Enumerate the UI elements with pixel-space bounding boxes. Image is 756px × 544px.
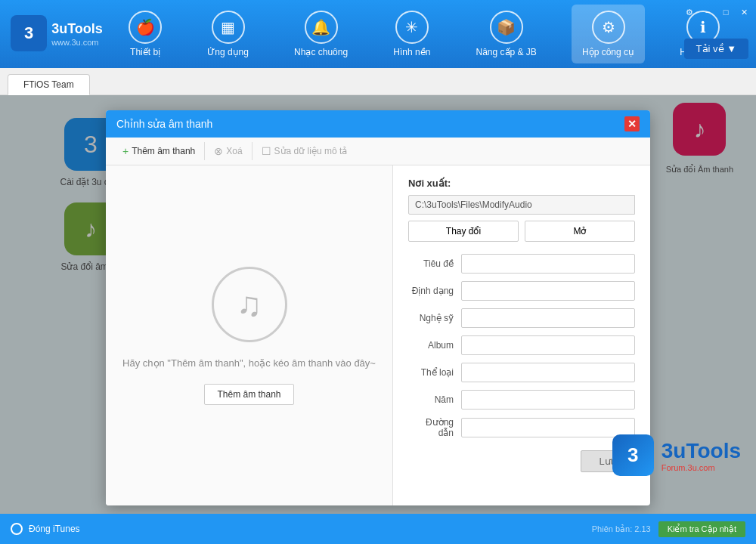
delete-toolbar-button: ⊗ Xoá <box>205 142 252 160</box>
output-path-row <box>408 195 635 215</box>
itunes-label[interactable]: Đóng iTunes <box>29 524 80 534</box>
output-btn-row: Thay đổi Mở <box>408 221 635 242</box>
dinh-dang-label: Định dạng <box>408 286 461 296</box>
output-path-input[interactable] <box>408 195 635 215</box>
main-content: 3 Cài đặt 3u ch... ♪ Sửa đổi âm t... ☰ .… <box>0 95 756 514</box>
thiet-bi-icon: 🍎 <box>129 11 162 44</box>
music-note-icon: ♫ <box>212 267 287 342</box>
settings-icon[interactable]: ⚙ <box>683 6 696 18</box>
output-label: Nơi xuất: <box>408 178 635 189</box>
logo-area: 3 3uTools www.3u.com <box>8 15 106 53</box>
bottom-bar: Đóng iTunes Phiên bản: 2.13 Kiểm tra Cập… <box>0 514 756 544</box>
change-button[interactable]: Thay đổi <box>408 221 519 242</box>
nam-input[interactable] <box>461 390 635 410</box>
dialog-close-button[interactable]: ✕ <box>624 116 640 131</box>
dialog-toolbar: + Thêm âm thanh ⊗ Xoá ☐ Sửa dữ liệu mô t… <box>106 138 650 165</box>
brand-box: 3 <box>612 434 654 476</box>
output-section: Nơi xuất: Thay đổi Mở <box>408 178 635 242</box>
brand-name: 3uTools <box>662 439 741 463</box>
add-audio-button[interactable]: Thêm âm thanh <box>204 384 293 405</box>
nav-ung-dung-label: Ứng dụng <box>207 47 249 57</box>
tieu-de-input[interactable] <box>461 254 635 274</box>
add-audio-toolbar-button[interactable]: + Thêm âm thanh <box>113 142 205 160</box>
nav-hop-cong-cu-label: Hộp công cụ <box>582 47 634 57</box>
form-row-album: Album <box>408 335 635 355</box>
form-row-dinh-dang: Định dạng <box>408 281 635 301</box>
nang-cap-icon: 📦 <box>490 11 523 44</box>
dialog: Chỉnh sửa âm thanh ✕ + Thêm âm thanh ⊗ X… <box>106 110 650 505</box>
logo-box: 3 <box>11 15 47 51</box>
bottom-left: Đóng iTunes <box>11 523 80 535</box>
hop-cong-cu-icon: ⚙ <box>592 11 625 44</box>
dialog-title-bar: Chỉnh sửa âm thanh ✕ <box>106 110 650 138</box>
close-button[interactable]: ✕ <box>738 6 750 18</box>
delete-icon: ⊗ <box>214 145 223 157</box>
add-icon: + <box>122 145 129 157</box>
album-input[interactable] <box>461 335 635 355</box>
dialog-body: ♫ Hãy chọn "Thêm âm thanh", hoặc kéo âm … <box>106 165 650 505</box>
brand-watermark: 3 3uTools Forum.3u.com <box>612 434 741 476</box>
hinh-nen-icon: ✳ <box>395 11 429 44</box>
drop-hint: Hãy chọn "Thêm âm thanh", hoặc kéo âm th… <box>122 357 376 369</box>
duong-dan-label: Đường dẫn <box>408 417 461 438</box>
edit-toolbar-button: ☐ Sửa dữ liệu mô tả <box>253 142 357 160</box>
tab-ftios-team[interactable]: FTiOS Team <box>8 74 90 95</box>
form-row-duong-dan: Đường dẫn <box>408 417 635 438</box>
nav-nhac-chuong[interactable]: 🔔 Nhạc chuông <box>284 5 358 63</box>
form-row-the-loai: Thể loại <box>408 363 635 382</box>
nav-nang-cap[interactable]: 📦 Nâng cấp & JB <box>465 5 547 63</box>
form-row-nghe-si: Nghệ sỹ <box>408 308 635 328</box>
minimize-button[interactable]: − <box>702 6 714 18</box>
maximize-button[interactable]: □ <box>720 6 732 18</box>
nav-ung-dung[interactable]: ▦ Ứng dụng <box>197 5 259 63</box>
the-loai-input[interactable] <box>461 363 635 382</box>
nav-thiet-bi[interactable]: 🍎 Thiết bị <box>118 5 172 63</box>
edit-toolbar-label: Sửa dữ liệu mô tả <box>274 146 348 156</box>
nam-label: Năm <box>408 394 461 405</box>
window-controls: ⚙ − □ ✕ <box>683 6 750 18</box>
nav-thiet-bi-label: Thiết bị <box>130 47 160 57</box>
nav-nang-cap-label: Nâng cấp & JB <box>476 47 536 57</box>
logo-url: www.3u.com <box>51 38 103 47</box>
dinh-dang-input[interactable] <box>461 281 635 301</box>
form-row-tieu-de: Tiêu đề <box>408 254 635 274</box>
duong-dan-input[interactable] <box>461 418 635 437</box>
the-loai-label: Thể loại <box>408 367 461 378</box>
form-row-nam: Năm <box>408 390 635 410</box>
open-button[interactable]: Mở <box>525 221 635 242</box>
top-bar: 3 3uTools www.3u.com 🍎 Thiết bị ▦ Ứng dụ… <box>0 0 756 68</box>
nghe-si-input[interactable] <box>461 308 635 328</box>
nav-icons: 🍎 Thiết bị ▦ Ứng dụng 🔔 Nhạc chuông ✳ Hì… <box>106 5 748 63</box>
brand-text: 3uTools Forum.3u.com <box>662 439 741 472</box>
nav-hinh-nen[interactable]: ✳ Hình nền <box>383 5 441 63</box>
audio-list-panel: ♫ Hãy chọn "Thêm âm thanh", hoặc kéo âm … <box>106 165 393 505</box>
save-btn-row: Lưu <box>408 450 635 472</box>
logo-name: 3uTools <box>51 21 103 38</box>
nav-nhac-chuong-label: Nhạc chuông <box>294 47 348 57</box>
update-button[interactable]: Kiểm tra Cập nhật <box>658 521 745 537</box>
dialog-title: Chỉnh sửa âm thanh <box>116 118 212 130</box>
version-label: Phiên bản: 2.13 <box>592 524 651 534</box>
tieu-de-label: Tiêu đề <box>408 258 461 269</box>
ung-dung-icon: ▦ <box>212 11 245 44</box>
add-audio-toolbar-label: Thêm âm thanh <box>132 146 195 156</box>
download-button[interactable]: Tải về ▼ <box>684 39 748 59</box>
nav-hop-cong-cu[interactable]: ⚙ Hộp công cụ <box>572 5 645 63</box>
brand-url: Forum.3u.com <box>662 463 741 472</box>
delete-toolbar-label: Xoá <box>226 146 242 156</box>
nhac-chuong-icon: 🔔 <box>305 11 338 44</box>
itunes-circle-icon <box>11 523 23 535</box>
tab-bar: FTiOS Team <box>0 68 756 95</box>
bottom-right: Phiên bản: 2.13 Kiểm tra Cập nhật <box>592 521 745 537</box>
album-label: Album <box>408 340 461 351</box>
nav-hinh-nen-label: Hình nền <box>393 47 430 57</box>
nghe-si-label: Nghệ sỹ <box>408 313 461 323</box>
edit-icon: ☐ <box>262 145 271 157</box>
